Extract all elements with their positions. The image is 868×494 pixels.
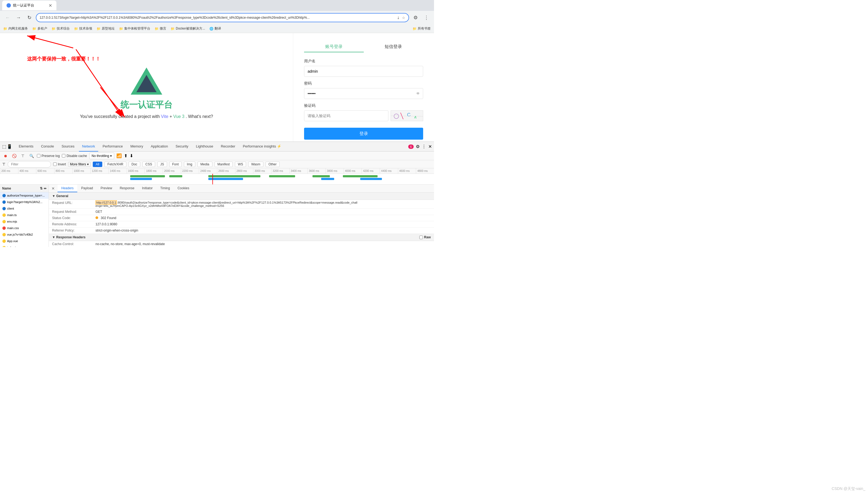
- sort-icon[interactable]: ⇅: [40, 187, 43, 190]
- bookmark-item[interactable]: 📁 内网主机服务: [3, 26, 28, 31]
- status-code-row: Status Code: 302 Found: [49, 215, 434, 221]
- timeline-svg: [0, 174, 434, 185]
- tick-4200: 4200 ms: [362, 168, 380, 173]
- browser-tab[interactable]: 统一认证平台 ✕: [2, 1, 56, 10]
- network-item-indexts[interactable]: 🟡 index.ts: [0, 244, 49, 247]
- network-item-client[interactable]: 🔵 client: [0, 205, 49, 212]
- throttling-selector[interactable]: No throttling ▾: [89, 153, 114, 159]
- svg-rect-14: [208, 175, 260, 177]
- devtools-icon2[interactable]: 📱: [7, 144, 12, 149]
- captcha-image[interactable]: ◯ ╲ С ∧: [391, 110, 423, 121]
- detail-tab-preview[interactable]: Preview: [97, 185, 116, 192]
- devtools-tab-application[interactable]: Application: [148, 142, 171, 152]
- back-btn[interactable]: ←: [3, 13, 12, 22]
- bookmark-item[interactable]: 📁 集中体检管理平台: [119, 26, 150, 31]
- bookmark-all[interactable]: 📁 所有书签: [413, 26, 431, 31]
- network-item-vuejs[interactable]: 🟡 vue.js?v=bb7c40b2: [0, 231, 49, 238]
- devtools-more-icon[interactable]: ⋮: [422, 144, 426, 149]
- login-button[interactable]: 登录: [304, 128, 423, 140]
- bookmark-item[interactable]: 📁 原型地址: [97, 26, 115, 31]
- detail-tab-timing[interactable]: Timing: [156, 185, 174, 192]
- item-name: main.ts: [7, 213, 17, 216]
- menu-btn[interactable]: ⋮: [422, 13, 431, 22]
- reload-btn[interactable]: ↻: [25, 13, 34, 22]
- password-label: 密码: [304, 81, 423, 86]
- filter-ws[interactable]: WS: [235, 162, 246, 167]
- plus-text: +: [170, 114, 173, 119]
- password-input[interactable]: [304, 88, 423, 99]
- filter-img[interactable]: Img: [184, 162, 195, 167]
- bookmark-item[interactable]: 📁 技术综合: [52, 26, 70, 31]
- devtools-tab-console[interactable]: Console: [38, 142, 57, 152]
- filter-font[interactable]: Font: [169, 162, 182, 167]
- bookmark-item[interactable]: 📁 微言: [155, 26, 166, 31]
- filter-media[interactable]: Media: [197, 162, 212, 167]
- devtools-tab-sources[interactable]: Sources: [58, 142, 78, 152]
- raw-checkbox[interactable]: Raw: [419, 235, 431, 239]
- disable-cache-checkbox[interactable]: Disable cache: [62, 154, 87, 158]
- login-page: 这两个要保持一致，很重要！！！ 统一认证平台 You've successful…: [0, 33, 434, 141]
- detail-tab-response[interactable]: Response: [116, 185, 138, 192]
- search-btn[interactable]: 🔍: [28, 153, 35, 159]
- forward-btn[interactable]: →: [14, 13, 23, 22]
- filter-other[interactable]: Other: [266, 162, 280, 167]
- invert-label: Invert: [58, 163, 66, 166]
- devtools-tab-performance-insights[interactable]: Performance insights ⚡: [240, 142, 285, 152]
- filter-wasm[interactable]: Wasm: [248, 162, 263, 167]
- detail-close-btn[interactable]: ✕: [49, 185, 57, 192]
- network-item-envmjs[interactable]: 🟡 env.mjs: [0, 218, 49, 225]
- referrer-policy-row: Referrer Policy: strict-origin-when-cros…: [49, 227, 434, 234]
- devtools-tab-network[interactable]: Network: [79, 142, 98, 152]
- filter-input[interactable]: [7, 161, 51, 168]
- svg-rect-16: [269, 175, 295, 177]
- network-item-maincss[interactable]: 🔴 main.css: [0, 225, 49, 231]
- tab-sms-login[interactable]: 短信登录: [364, 44, 423, 52]
- devtools-close-icon[interactable]: ✕: [428, 144, 432, 149]
- devtools-settings-icon[interactable]: ⚙: [416, 144, 420, 149]
- username-input[interactable]: [304, 66, 423, 77]
- detail-tab-headers[interactable]: Headers: [57, 185, 77, 192]
- tab-account-login[interactable]: 账号登录: [304, 44, 364, 52]
- devtools-tab-memory[interactable]: Memory: [127, 142, 147, 152]
- devtools-icon1[interactable]: ⬚: [2, 144, 6, 149]
- devtools-tab-lighthouse[interactable]: Lighthouse: [193, 142, 216, 152]
- resize-icon[interactable]: ⇔: [44, 187, 46, 190]
- network-item-appvue[interactable]: 🟡 App.vue: [0, 238, 49, 244]
- network-item-authorize[interactable]: 🔵 authorize?response_type=...: [0, 192, 49, 199]
- js-icon: 🟡: [2, 246, 6, 247]
- captcha-svg: ◯ ╲ С ∧: [391, 110, 423, 121]
- bookmark-icon: 📁: [171, 27, 175, 31]
- eye-icon[interactable]: 👁: [416, 91, 420, 96]
- bookmark-item[interactable]: 🌐 翻译: [209, 26, 221, 31]
- more-filters-btn[interactable]: More filters ▾: [68, 162, 91, 167]
- bookmark-item[interactable]: 📁 多租户: [32, 26, 47, 31]
- extensions-btn[interactable]: ⚙: [411, 13, 420, 22]
- filter-fetch-xhr[interactable]: Fetch/XHR: [105, 162, 127, 167]
- filter-css[interactable]: CSS: [143, 162, 155, 167]
- network-item-login[interactable]: 🔵 login?target=http%3A%2...: [0, 199, 49, 205]
- invert-checkbox[interactable]: Invert: [53, 163, 66, 166]
- tab-close-btn[interactable]: ✕: [49, 3, 52, 8]
- devtools-tab-performance[interactable]: Performance: [99, 142, 126, 152]
- detail-tab-initiator[interactable]: Initiator: [138, 185, 156, 192]
- record-btn[interactable]: ⏺: [2, 153, 9, 159]
- preserve-log-checkbox[interactable]: Preserve log: [37, 154, 60, 158]
- devtools-tab-security[interactable]: Security: [172, 142, 191, 152]
- filter-manifest[interactable]: Manifest: [214, 162, 233, 167]
- filter-doc[interactable]: Doc: [129, 162, 140, 167]
- clear-btn[interactable]: 🚫: [11, 153, 17, 159]
- filter-js[interactable]: JS: [157, 162, 167, 167]
- filter-toggle-btn[interactable]: ⊤: [20, 153, 26, 159]
- translate-icon: 🌐: [209, 27, 213, 31]
- bookmark-item[interactable]: 📁 Docker被墙解决方...: [171, 26, 205, 31]
- detail-tab-cookies[interactable]: Cookies: [174, 185, 193, 192]
- devtools-tab-elements[interactable]: Elements: [16, 142, 37, 152]
- address-bar[interactable]: 127.0.0.1:5173/login?target=http%3A%2F%2…: [36, 13, 409, 22]
- network-item-maints[interactable]: 🟡 main.ts: [0, 212, 49, 218]
- detail-tab-payload[interactable]: Payload: [77, 185, 97, 192]
- filter-all[interactable]: All: [93, 162, 102, 167]
- captcha-input[interactable]: [304, 110, 389, 121]
- bookmark-icon[interactable]: ☆: [402, 16, 405, 20]
- devtools-tab-recorder[interactable]: Recorder: [218, 142, 239, 152]
- bookmark-item[interactable]: 📁 技术杂项: [74, 26, 92, 31]
